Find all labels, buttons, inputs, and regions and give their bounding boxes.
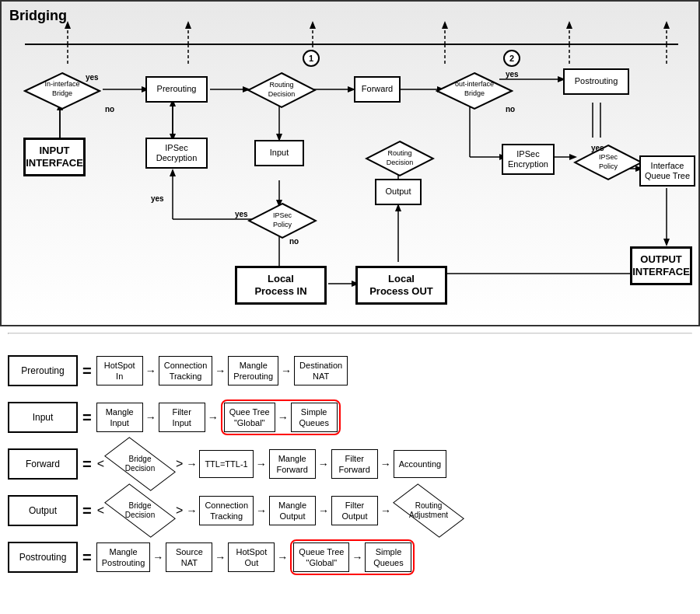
prerouting-box: Prerouting: [145, 76, 208, 103]
ipsec-encryption-box: IPSecEncryption: [502, 144, 555, 175]
lt-out: <: [97, 504, 104, 518]
postrouting-label: Postrouting: [8, 542, 78, 573]
svg-text:Decision: Decision: [268, 90, 296, 98]
arrow-4a: →: [186, 504, 197, 517]
queue-tree-global-input-box: Quee Tree"Global": [224, 403, 275, 433]
eq-5: =: [82, 549, 92, 567]
svg-text:Routing: Routing: [387, 149, 411, 157]
bridge-decision-fwd-diamond: BridgeDecision: [105, 447, 175, 481]
out-interface-bridge-diamond: out-interfaceBridge: [436, 72, 513, 110]
arrow-4d: →: [380, 504, 391, 517]
local-process-out-box: LocalProcess OUT: [355, 266, 447, 305]
label-yes-ipsec2: yes: [591, 144, 604, 152]
svg-marker-44: [170, 169, 176, 176]
arrow-1b: →: [215, 365, 226, 377]
svg-marker-59: [663, 239, 670, 246]
eq-3: =: [82, 455, 92, 473]
input-label: Input: [8, 402, 78, 433]
eq-1: =: [82, 362, 92, 380]
arrow-5b: →: [215, 551, 226, 563]
mangle-postrouting-box: ManglePostrouting: [96, 542, 151, 573]
circle-2: 2: [503, 50, 520, 67]
svg-text:Decision: Decision: [387, 159, 414, 166]
arrow-1a: →: [145, 365, 156, 377]
svg-text:In-interface: In-interface: [44, 80, 79, 88]
svg-text:Bridge: Bridge: [464, 89, 485, 97]
output-label: Output: [8, 495, 78, 526]
svg-text:Policy: Policy: [599, 162, 618, 170]
top-diagram: Bridging: [0, 0, 700, 326]
routing-decision-1-diamond: RoutingDecision: [247, 72, 317, 109]
svg-marker-9: [310, 21, 316, 29]
input-box: Input: [254, 140, 304, 166]
arrow-3d: →: [380, 458, 391, 470]
gt-fwd: >: [176, 457, 183, 471]
filter-input-box: FilterInput: [159, 403, 205, 433]
mangle-forward-box: MangleForward: [269, 449, 316, 480]
label-no-outbridge: no: [506, 105, 515, 113]
prerouting-label: Prerouting: [8, 355, 78, 386]
ipsec-policy-2-diamond: IPSecPolicy: [573, 144, 643, 181]
ipsec-decryption-box: IPSecDecryption: [145, 138, 208, 169]
ipsec-policy-1-diamond: IPSecPolicy: [247, 202, 317, 239]
interface-queue-tree-box: InterfaceQueue Tree: [639, 155, 695, 187]
arrow-4b: →: [256, 504, 267, 517]
gt-out: >: [176, 504, 183, 518]
filter-forward-box: FilterForward: [331, 449, 378, 480]
arrow-3c: →: [318, 458, 329, 470]
ttl-box: TTL=TTL-1: [199, 450, 253, 478]
mangle-input-box: MangleInput: [96, 403, 143, 433]
output-box: Output: [375, 179, 422, 205]
svg-text:Policy: Policy: [273, 221, 292, 229]
postrouting-highlighted-group: Queue Tree"Global" → SimpleQueues: [290, 539, 415, 576]
bottom-diagram: Prerouting = HotSpotIn → ConnectionTrack…: [0, 340, 700, 593]
arrow-3a: →: [186, 458, 197, 470]
label-no-1: no: [105, 105, 114, 113]
mangle-output-box: MangleOutput: [269, 496, 316, 526]
forward-row: Forward = < BridgeDecision > → TTL=TTL-1…: [8, 445, 692, 483]
arrow-4c: →: [318, 504, 329, 517]
dest-nat-box: DestinationNAT: [294, 356, 348, 386]
postrouting-row: Postrouting = ManglePostrouting → Source…: [8, 539, 692, 576]
label-yes-1: yes: [86, 73, 99, 82]
arrow-2a: →: [145, 411, 156, 424]
svg-text:out-interface: out-interface: [455, 80, 494, 88]
arrow-5a: →: [152, 551, 163, 563]
label-no-ipsec1: no: [289, 237, 299, 246]
svg-text:IPSec: IPSec: [273, 211, 292, 219]
hotspot-in-box: HotSpotIn: [96, 356, 143, 386]
arrow-1c: →: [281, 365, 292, 377]
bridge-decision-out-diamond: BridgeDecision: [105, 494, 175, 528]
source-nat-box: SourceNAT: [166, 542, 212, 573]
svg-marker-15: [566, 21, 572, 29]
conn-tracking-1-box: ConnectionTracking: [159, 356, 213, 386]
filter-output-box: FilterOutput: [331, 496, 378, 526]
arrow-2b: →: [208, 411, 219, 424]
arrow-2c: →: [278, 411, 289, 424]
svg-marker-18: [663, 21, 670, 29]
forward-label: Forward: [8, 448, 78, 480]
arrow-3b: →: [256, 458, 267, 470]
input-row: Input = MangleInput → FilterInput → Quee…: [8, 399, 692, 436]
output-interface-box: OUTPUTINTERFACE: [630, 246, 692, 285]
prerouting-row: Prerouting = HotSpotIn → ConnectionTrack…: [8, 352, 692, 389]
arrow-5d: →: [352, 551, 362, 563]
queue-tree-global-post-box: Queue Tree"Global": [293, 542, 349, 573]
local-process-in-box: LocalProcess IN: [235, 266, 327, 305]
output-row: Output = < BridgeDecision > → Connection…: [8, 492, 692, 529]
circle-1: 1: [303, 50, 320, 67]
label-yes-outbridge: yes: [506, 70, 519, 78]
simple-queues-input-box: SimpleQueues: [291, 403, 338, 433]
hotspot-out-box: HotSpotOut: [228, 542, 275, 573]
routing-adjustment-diamond: RoutingAdjustment: [394, 494, 464, 528]
forward-box: Forward: [354, 76, 401, 103]
postrouting-box: Postrouting: [563, 68, 629, 95]
arrow-5c: →: [277, 551, 288, 563]
svg-marker-6: [185, 21, 191, 29]
mangle-prerouting-box: ManglePrerouting: [228, 356, 278, 386]
input-interface-box: INPUTINTERFACE: [23, 138, 86, 176]
label-yes-ipsec: yes: [151, 194, 164, 203]
svg-text:Bridge: Bridge: [52, 89, 72, 97]
eq-4: =: [82, 502, 92, 520]
lt-fwd: <: [97, 457, 104, 471]
